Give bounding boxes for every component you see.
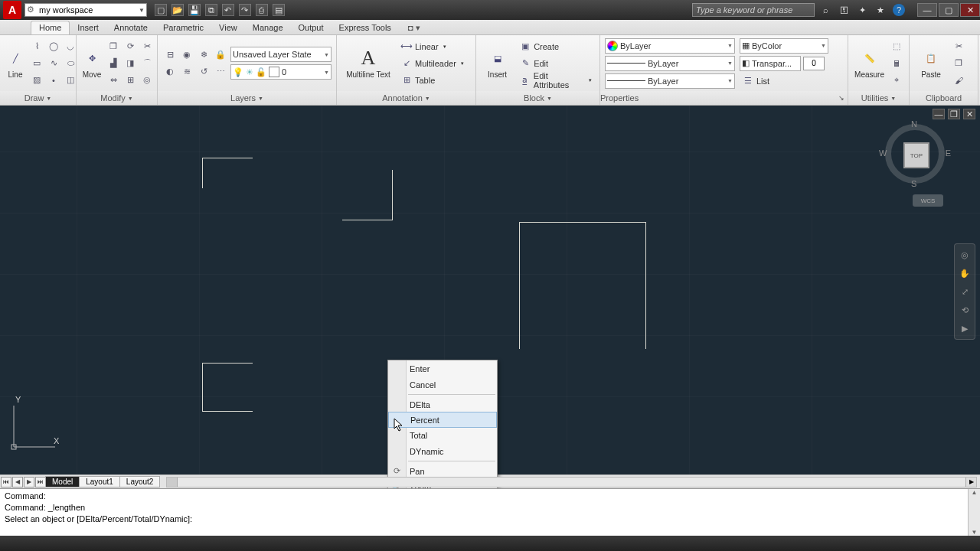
layeroff-icon[interactable]: ◉ [179, 47, 194, 63]
point-icon[interactable]: • [46, 73, 61, 88]
wcs-badge[interactable]: WCS [913, 194, 943, 207]
tab-output[interactable]: Output [291, 21, 332, 34]
list-button[interactable]: ☰List [740, 73, 828, 89]
region-icon[interactable]: ◫ [63, 73, 78, 88]
new-icon[interactable]: ▢ [155, 4, 167, 16]
favorite-icon[interactable]: ★ [874, 4, 887, 16]
ctx-delta[interactable]: DElta [388, 396, 497, 412]
mtext-button[interactable]: A Multiline Text [341, 39, 395, 88]
exchange-icon[interactable]: ✦ [856, 4, 868, 16]
search-icon[interactable]: ⌕ [819, 4, 831, 16]
command-window[interactable]: Command: Command: _lengthen Select an ob… [0, 488, 980, 536]
arc-icon[interactable]: ◡ [63, 39, 78, 54]
scale-icon[interactable]: ◨ [122, 56, 138, 71]
ctx-percent[interactable]: Percent [388, 412, 497, 428]
insert-block-button[interactable]: ⬓ Insert [481, 39, 514, 88]
panel-annotation-title[interactable]: Annotation▼ [337, 91, 475, 105]
pan-icon[interactable]: ✋ [957, 266, 972, 281]
open-icon[interactable]: 📂 [172, 4, 184, 16]
tab-insert[interactable]: Insert [70, 21, 106, 34]
color-combo[interactable]: ByLayer▼ [605, 38, 735, 54]
tab-parametric[interactable]: Parametric [155, 21, 211, 34]
viewcube-w[interactable]: W [879, 148, 887, 158]
layerprev-icon[interactable]: ↺ [196, 64, 211, 80]
viewcube[interactable]: TOP N S W E [880, 119, 949, 188]
quickcalc-icon[interactable]: 🖩 [889, 56, 904, 71]
copy-icon[interactable]: ❐ [106, 39, 121, 54]
layout-hscroll[interactable]: ▶ [166, 477, 977, 487]
move-button[interactable]: ✥ Move [81, 39, 103, 88]
ctx-enter[interactable]: Enter [388, 360, 497, 377]
doc-minimize-button[interactable]: — [933, 109, 945, 119]
layout-prev-button[interactable]: ◀ [12, 477, 23, 487]
layerlock-icon[interactable]: 🔒 [213, 47, 228, 63]
layer-state-combo[interactable]: Unsaved Layer State ▼ [230, 47, 332, 62]
tab-view[interactable]: View [211, 21, 245, 34]
hatch-icon[interactable]: ▨ [29, 73, 44, 88]
fillet-icon[interactable]: ⌒ [139, 56, 155, 71]
ctx-dynamic[interactable]: DYnamic [388, 443, 497, 459]
help-icon[interactable]: ? [893, 4, 905, 16]
undo-icon[interactable]: ↶ [222, 4, 234, 16]
layout-first-button[interactable]: ⏮ [1, 477, 11, 487]
viewcube-top[interactable]: TOP [905, 144, 928, 167]
plot-icon[interactable]: ▤ [273, 4, 285, 16]
layermore-icon[interactable]: ⋯ [213, 64, 228, 80]
panel-modify-title[interactable]: Modify▼ [77, 91, 157, 105]
close-button[interactable]: ✕ [960, 3, 980, 17]
saveas-icon[interactable]: ⧉ [205, 4, 217, 16]
measure-button[interactable]: 📏 Measure [853, 39, 886, 88]
select-icon[interactable]: ⬚ [889, 39, 904, 54]
transparency-combo[interactable]: ◧Transpar... [740, 56, 801, 71]
drawn-line-3[interactable] [202, 363, 253, 412]
layerfreeze-icon[interactable]: ❄ [196, 47, 211, 63]
layout-last-button[interactable]: ⏭ [35, 477, 46, 487]
array-icon[interactable]: ⊞ [122, 73, 138, 88]
doc-close-button[interactable]: ✕ [963, 109, 975, 119]
layermatch-icon[interactable]: ≋ [179, 64, 194, 80]
copy-clip-icon[interactable]: ❐ [951, 56, 966, 71]
create-block-button[interactable]: ▣Create [517, 39, 595, 54]
print-icon[interactable]: ⎙ [256, 4, 268, 16]
circle-icon[interactable]: ◯ [46, 39, 61, 54]
plotstyle-combo[interactable]: ▦ByColor▼ [740, 38, 828, 54]
rotate-icon[interactable]: ⟳ [122, 39, 138, 54]
app-icon[interactable]: A [3, 1, 21, 19]
id-icon[interactable]: ⌖ [889, 73, 904, 88]
trim-icon[interactable]: ✂ [139, 39, 155, 54]
orbit-icon[interactable]: ⟲ [957, 302, 972, 318]
drawn-rect-open[interactable] [519, 222, 646, 349]
linear-dim-button[interactable]: ⟷Linear▾ [398, 39, 467, 54]
polyline-icon[interactable]: ⌇ [29, 39, 44, 54]
viewcube-s[interactable]: S [911, 179, 916, 188]
lineweight-combo[interactable]: ByLayer▼ [605, 56, 735, 71]
ctx-total[interactable]: Total [388, 427, 497, 443]
rect-icon[interactable]: ▭ [29, 56, 44, 71]
cmd-scrollbar[interactable]: ▲▼ [968, 489, 980, 536]
save-icon[interactable]: 💾 [188, 4, 201, 16]
showmotion-icon[interactable]: ▶ [957, 321, 972, 336]
minimize-button[interactable]: — [917, 3, 937, 17]
cut-icon[interactable]: ✂ [951, 39, 966, 54]
zoom-extents-icon[interactable]: ⤢ [957, 284, 972, 299]
layout-tab-2[interactable]: Layout2 [119, 476, 161, 487]
viewcube-n[interactable]: N [911, 119, 917, 129]
layout-tab-1[interactable]: Layout1 [79, 476, 120, 487]
layeriso-icon[interactable]: ◐ [162, 64, 178, 80]
layout-tab-model[interactable]: Model [45, 476, 80, 487]
matchprop-icon[interactable]: 🖌 [951, 73, 966, 88]
stretch-icon[interactable]: ⇔ [106, 73, 121, 88]
drawing-area[interactable]: — ❐ ✕ Y X TOP N S W E WCS ◎ ✋ ⤢ ⟲ ▶ Ente… [0, 106, 980, 474]
edit-block-button[interactable]: ✎Edit [517, 56, 595, 71]
editattr-button[interactable]: a̲Edit Attributes▾ [517, 73, 595, 88]
paste-button[interactable]: 📋 Paste [914, 39, 948, 88]
doc-restore-button[interactable]: ❐ [948, 109, 960, 119]
panel-draw-title[interactable]: Draw▼ [0, 91, 76, 105]
tab-express[interactable]: Express Tools [332, 21, 399, 34]
drawn-line-2[interactable] [342, 170, 393, 220]
tab-manage[interactable]: Manage [245, 21, 291, 34]
mirror-icon[interactable]: ▟ [106, 56, 121, 71]
help-search[interactable]: Type a keyword or phrase [692, 3, 815, 17]
linetype-combo[interactable]: ByLayer▼ [605, 73, 735, 89]
offset-icon[interactable]: ◎ [139, 73, 155, 88]
